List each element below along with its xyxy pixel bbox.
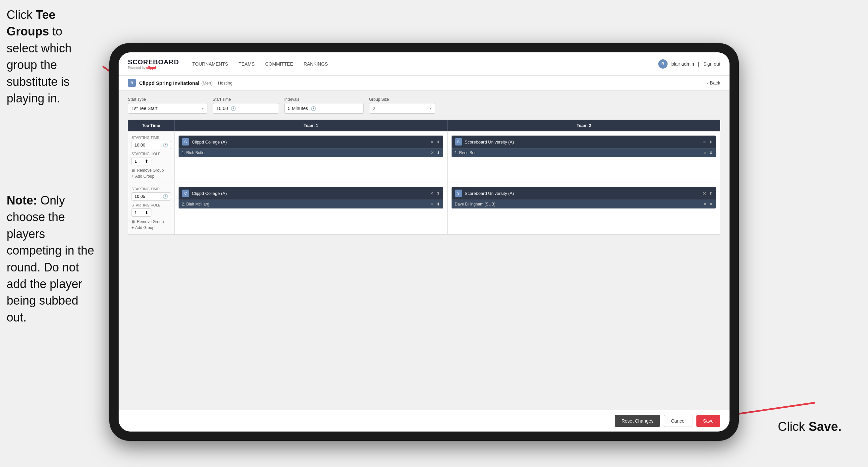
close-icon-4[interactable]: ✕ (703, 191, 706, 196)
chevron-icon-hole-2: ⬍ (145, 210, 148, 215)
th-team1: Team 1 (174, 120, 447, 131)
team-player-1-1: 1. Rich Butler ✕ ⬍ (179, 148, 443, 157)
logo-scoreboard: SCOREBOARD (128, 58, 179, 66)
chevron-icon-hole-1: ⬍ (145, 159, 148, 164)
cancel-button[interactable]: Cancel (664, 415, 692, 427)
trash-icon: 🗑 (131, 168, 135, 173)
group-size-label: Group Size (369, 97, 435, 102)
start-type-group: Start Type 1st Tee Start ▾ (128, 97, 207, 114)
start-type-input[interactable]: 1st Tee Start ▾ (128, 103, 207, 114)
team-icons-1-2: ✕ ⬍ (703, 140, 713, 145)
starting-time-label-1: STARTING TIME: (131, 136, 171, 140)
add-group-button-1[interactable]: + Add Group (131, 174, 171, 179)
team-card-1-2: S Scoreboard University (A) ✕ ⬍ 1. Rees … (452, 136, 716, 157)
team-icons-2-2: ✕ ⬍ (703, 191, 713, 196)
th-tee-time: Tee Time (128, 120, 174, 131)
th-team2: Team 2 (447, 120, 720, 131)
team-badge-2-2: S (455, 189, 462, 197)
nav-tournaments[interactable]: TOURNAMENTS (192, 60, 228, 68)
player-expand-icon[interactable]: ⬍ (437, 150, 440, 155)
sign-out-link[interactable]: Sign out (703, 61, 720, 67)
player-expand-icon-3[interactable]: ⬍ (437, 202, 440, 206)
intervals-group: Intervals 5 Minutes 🕐 (284, 97, 364, 114)
group-size-group: Group Size 2 ▾ (369, 97, 435, 114)
teams-side-1: C Clippd College (A) ✕ ⬍ 1. Rich Butler (175, 132, 720, 183)
start-time-input[interactable]: 10:00 🕐 (213, 103, 279, 114)
player-remove-icon[interactable]: ✕ (431, 150, 434, 155)
nav-rankings[interactable]: RANKINGS (304, 60, 328, 68)
team-icons-2-1: ✕ ⬍ (430, 191, 440, 196)
team-name-2-1: Clippd College (A) (192, 191, 427, 196)
team-card-header-1-1: C Clippd College (A) ✕ ⬍ (179, 136, 443, 148)
remove-group-button-1[interactable]: 🗑 Remove Group (131, 168, 171, 173)
logo-area: SCOREBOARD Powered by clippd (128, 58, 179, 69)
group-size-input[interactable]: 2 ▾ (369, 103, 435, 114)
team-name-2-2: Scoreboard University (A) (465, 191, 700, 196)
nav-right: B blair admin | Sign out (658, 59, 720, 68)
nav-teams[interactable]: TEAMS (239, 60, 254, 68)
tee-time-input-2[interactable]: 10:05 🕐 (131, 192, 171, 201)
starting-hole-label-1: STARTING HOLE: (131, 152, 171, 156)
subnav-title: Clippd Spring Invitational (139, 80, 199, 86)
close-icon-2[interactable]: ✕ (703, 140, 706, 145)
reset-changes-button[interactable]: Reset Changes (615, 415, 660, 427)
avatar: B (658, 59, 668, 68)
close-icon-3[interactable]: ✕ (430, 191, 434, 196)
clock-icon: 🕐 (230, 106, 236, 111)
content-area: Start Type 1st Tee Start ▾ Start Time 10… (119, 90, 730, 410)
start-type-label: Start Type (128, 97, 207, 102)
player-expand-icon-2[interactable]: ⬍ (709, 150, 713, 155)
start-time-group: Start Time 10:00 🕐 (213, 97, 279, 114)
team-player-2-2: Dave Billingham (SUB) ✕ ⬍ (452, 200, 716, 208)
player-remove-icon-2[interactable]: ✕ (703, 150, 707, 155)
team-name-1-1: Clippd College (A) (192, 140, 427, 145)
intervals-input[interactable]: 5 Minutes 🕐 (284, 103, 364, 114)
clock-icon-4: 🕐 (163, 194, 168, 199)
tee-side-2: STARTING TIME: 10:05 🕐 STARTING HOLE: 1 … (128, 183, 175, 234)
team-col-2-2: S Scoreboard University (A) ✕ ⬍ Dave Bil… (447, 183, 720, 234)
groups-area: STARTING TIME: 10:00 🕐 STARTING HOLE: 1 … (128, 131, 720, 235)
remove-group-button-2[interactable]: 🗑 Remove Group (131, 220, 171, 224)
subnav-hosting: Hosting (218, 81, 232, 86)
player-remove-icon-3[interactable]: ✕ (431, 202, 434, 206)
player-remove-icon-4[interactable]: ✕ (703, 202, 707, 206)
group-row: STARTING TIME: 10:00 🕐 STARTING HOLE: 1 … (128, 132, 720, 183)
team-icons-1-1: ✕ ⬍ (430, 140, 440, 145)
save-button[interactable]: Save (696, 415, 720, 427)
subnav: B Clippd Spring Invitational (Men) Hosti… (119, 76, 730, 90)
hole-input-1[interactable]: 1 ⬍ (131, 157, 151, 166)
team-col-2-1: C Clippd College (A) ✕ ⬍ 2. Blair McHarg (175, 183, 447, 234)
team-badge-2-1: C (182, 189, 189, 197)
starting-time-label-2: STARTING TIME: (131, 187, 171, 191)
hole-input-2[interactable]: 1 ⬍ (131, 208, 151, 217)
player-expand-icon-4[interactable]: ⬍ (709, 202, 713, 206)
team-card-header-2-2: S Scoreboard University (A) ✕ ⬍ (452, 187, 716, 200)
tee-time-input-1[interactable]: 10:00 🕐 (131, 141, 171, 149)
group-row-2: STARTING TIME: 10:05 🕐 STARTING HOLE: 1 … (128, 183, 720, 234)
team-card-2-2: S Scoreboard University (A) ✕ ⬍ Dave Bil… (452, 187, 716, 208)
footer: Reset Changes Cancel Save (119, 410, 730, 432)
click-save-label: Click Save. (778, 419, 841, 434)
team-card-header-1-2: S Scoreboard University (A) ✕ ⬍ (452, 136, 716, 148)
trash-icon-2: 🗑 (131, 220, 135, 224)
logo-powered: Powered by clippd (128, 66, 179, 69)
add-group-button-2[interactable]: + Add Group (131, 225, 171, 230)
nav-items: TOURNAMENTS TEAMS COMMITTEE RANKINGS (192, 60, 658, 68)
tablet-device: SCOREBOARD Powered by clippd TOURNAMENTS… (109, 43, 739, 441)
close-icon[interactable]: ✕ (430, 140, 434, 145)
back-link[interactable]: ‹ Back (707, 80, 720, 86)
expand-icon-4[interactable]: ⬍ (709, 191, 713, 196)
expand-icon-2[interactable]: ⬍ (709, 140, 713, 145)
starting-hole-label-2: STARTING HOLE: (131, 203, 171, 207)
team-badge-1-2: S (455, 138, 462, 146)
chevron-down-icon: ▾ (202, 106, 204, 111)
expand-icon[interactable]: ⬍ (436, 140, 440, 145)
nav-committee[interactable]: COMMITTEE (266, 60, 293, 68)
team-badge-1-1: C (182, 138, 189, 146)
user-name: blair admin (672, 61, 694, 67)
subnav-gender: (Men) (202, 81, 213, 86)
expand-icon-3[interactable]: ⬍ (436, 191, 440, 196)
chevron-down-icon-2: ▾ (430, 106, 432, 111)
tablet-screen: SCOREBOARD Powered by clippd TOURNAMENTS… (119, 52, 730, 432)
subnav-badge: B (128, 79, 136, 87)
